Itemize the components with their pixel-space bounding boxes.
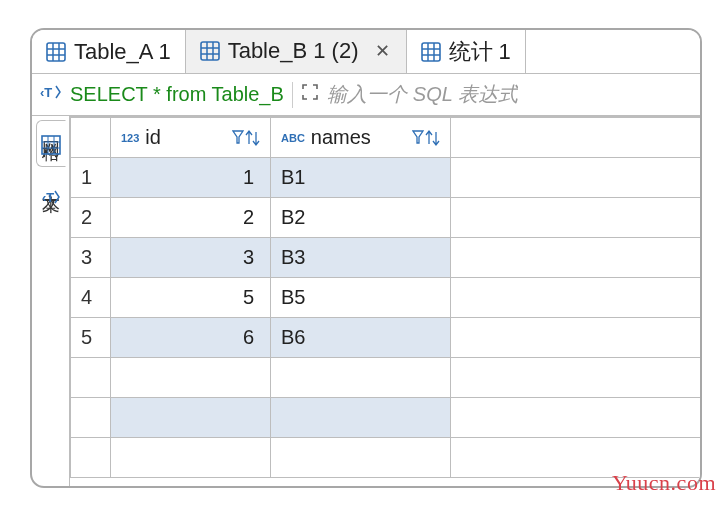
cell-names[interactable] <box>271 358 451 398</box>
data-grid: 123 id ABC <box>69 116 700 486</box>
watermark: Yuucn.com <box>612 470 716 496</box>
expand-icon[interactable] <box>301 83 319 106</box>
separator <box>292 82 294 108</box>
cell-names[interactable]: B1 <box>271 158 451 198</box>
tab-label: Table_A 1 <box>74 39 171 65</box>
row-number: 2 <box>71 198 111 238</box>
cell-id[interactable]: 1 <box>111 158 271 198</box>
table-row[interactable]: 4 5 B5 <box>71 278 701 318</box>
text-icon: ‹T <box>41 187 61 212</box>
row-number: 1 <box>71 158 111 198</box>
empty-cell <box>451 238 701 278</box>
tab-bar: Table_A 1 Table_B 1 (2) ✕ 统计 1 <box>32 30 700 74</box>
cell-id[interactable]: 6 <box>111 318 271 358</box>
empty-cell <box>451 158 701 198</box>
row-number <box>71 358 111 398</box>
svg-rect-5 <box>201 42 219 60</box>
row-number: 4 <box>71 278 111 318</box>
row-number <box>71 438 111 478</box>
sql-filter-input[interactable]: 输入一个 SQL 表达式 <box>327 81 518 108</box>
empty-cell <box>451 278 701 318</box>
empty-cell <box>451 358 701 398</box>
table-body: 1 1 B1 2 2 B2 3 3 B3 <box>71 158 701 478</box>
cell-names[interactable]: B2 <box>271 198 451 238</box>
type-number-icon: 123 <box>121 132 139 144</box>
column-label: id <box>145 126 161 149</box>
cell-id[interactable]: 2 <box>111 198 271 238</box>
table-row[interactable] <box>71 358 701 398</box>
filter-sort-icon[interactable] <box>412 129 440 147</box>
app-window: Table_A 1 Table_B 1 (2) ✕ 统计 1 ‹T SELECT… <box>30 28 702 488</box>
cell-id[interactable]: 5 <box>111 278 271 318</box>
empty-header <box>451 118 701 158</box>
tab-stats[interactable]: 统计 1 <box>407 30 526 73</box>
grid-icon <box>41 135 61 160</box>
table-icon <box>421 42 441 62</box>
cell-id[interactable]: 3 <box>111 238 271 278</box>
svg-text:‹T: ‹T <box>40 85 52 100</box>
sql-query[interactable]: SELECT * from Table_B <box>70 83 284 106</box>
svg-text:‹T: ‹T <box>42 190 54 205</box>
tab-label: 统计 1 <box>449 37 511 67</box>
tab-label: Table_B 1 (2) <box>228 38 359 64</box>
column-header-id[interactable]: 123 id <box>111 118 271 158</box>
type-text-icon: ABC <box>281 132 305 144</box>
result-table: 123 id ABC <box>70 117 700 478</box>
cell-id[interactable] <box>111 398 271 438</box>
sidetab-label: 网格 <box>39 127 63 131</box>
row-number <box>71 398 111 438</box>
empty-cell <box>451 198 701 238</box>
table-row[interactable]: 3 3 B3 <box>71 238 701 278</box>
row-number: 5 <box>71 318 111 358</box>
table-icon <box>200 41 220 61</box>
table-icon <box>46 42 66 62</box>
svg-rect-16 <box>42 136 60 154</box>
column-header-names[interactable]: ABC names <box>271 118 451 158</box>
close-icon[interactable]: ✕ <box>373 40 392 62</box>
cell-names[interactable] <box>271 438 451 478</box>
svg-rect-0 <box>47 43 65 61</box>
cell-names[interactable]: B5 <box>271 278 451 318</box>
cell-id[interactable] <box>111 438 271 478</box>
sidetab-text[interactable]: 文本 ‹T <box>36 173 66 218</box>
empty-cell <box>451 318 701 358</box>
sidetab-label: 文本 <box>39 179 63 183</box>
tab-table-a[interactable]: Table_A 1 <box>32 30 186 73</box>
table-row[interactable]: 5 6 B6 <box>71 318 701 358</box>
table-row[interactable] <box>71 438 701 478</box>
svg-rect-10 <box>422 43 440 61</box>
table-row[interactable] <box>71 398 701 438</box>
cell-names[interactable]: B3 <box>271 238 451 278</box>
tab-table-b[interactable]: Table_B 1 (2) ✕ <box>186 30 407 73</box>
sql-bar: ‹T SELECT * from Table_B 输入一个 SQL 表达式 <box>32 74 700 116</box>
content-area: 网格 文本 ‹T <box>32 116 700 486</box>
row-number: 3 <box>71 238 111 278</box>
table-row[interactable]: 1 1 B1 <box>71 158 701 198</box>
empty-cell <box>451 398 701 438</box>
corner-cell <box>71 118 111 158</box>
side-tabs: 网格 文本 ‹T <box>32 116 70 486</box>
filter-sort-icon[interactable] <box>232 129 260 147</box>
column-label: names <box>311 126 371 149</box>
cell-names[interactable]: B6 <box>271 318 451 358</box>
cell-names[interactable] <box>271 398 451 438</box>
sidetab-grid[interactable]: 网格 <box>36 120 66 167</box>
table-row[interactable]: 2 2 B2 <box>71 198 701 238</box>
cell-id[interactable] <box>111 358 271 398</box>
sql-tag-icon: ‹T <box>40 83 62 106</box>
